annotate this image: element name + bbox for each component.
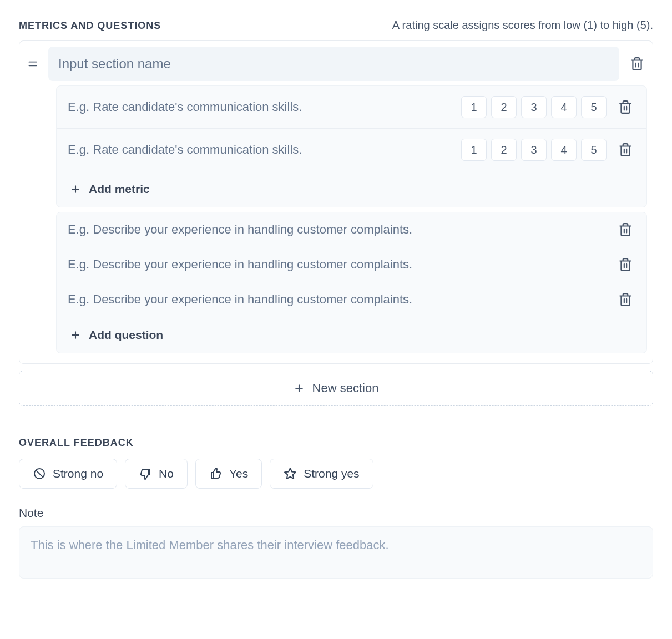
drag-handle-icon[interactable] [25,58,41,69]
trash-icon [618,292,633,307]
delete-question-button[interactable] [615,257,635,272]
plus-icon [294,383,305,394]
delete-question-button[interactable] [615,292,635,307]
delete-metric-button[interactable] [615,143,635,157]
rating-3-button[interactable]: 3 [521,96,547,118]
question-row [57,247,646,282]
thumbs-down-icon [139,467,152,480]
trash-icon [618,257,633,272]
question-input[interactable] [68,292,607,307]
metrics-subtext: A rating scale assigns scores from low (… [392,19,653,32]
section-name-input[interactable] [48,47,619,81]
question-input[interactable] [68,257,607,272]
thumbs-up-icon [209,467,223,480]
delete-metric-button[interactable] [615,100,635,114]
add-metric-label: Add metric [89,182,150,196]
add-question-label: Add question [89,328,163,342]
star-icon [284,467,297,480]
question-row [57,212,646,247]
metric-row: 1 2 3 4 5 [57,129,646,171]
metrics-list: 1 2 3 4 5 1 2 3 4 5 A [56,85,647,207]
rating-2-button[interactable]: 2 [491,96,517,118]
trash-icon [618,143,633,157]
rating-group: 1 2 3 4 5 [461,96,607,118]
strong-yes-button[interactable]: Strong yes [270,459,373,489]
trash-icon [618,222,633,237]
metrics-card: 1 2 3 4 5 1 2 3 4 5 A [19,40,653,364]
rating-5-button[interactable]: 5 [581,96,607,118]
delete-question-button[interactable] [615,222,635,237]
rating-3-button[interactable]: 3 [521,139,547,161]
add-question-button[interactable]: Add question [57,317,646,353]
trash-icon [630,57,644,71]
rating-4-button[interactable]: 4 [551,139,577,161]
strong-yes-label: Strong yes [304,467,359,480]
rating-1-button[interactable]: 1 [461,139,487,161]
rating-4-button[interactable]: 4 [551,96,577,118]
add-metric-button[interactable]: Add metric [57,171,646,207]
new-section-button[interactable]: New section [19,371,653,406]
questions-list: Add question [56,212,647,353]
delete-section-button[interactable] [627,57,647,71]
yes-label: Yes [229,467,248,480]
ban-icon [33,467,46,480]
metrics-title: METRICS AND QUESTIONS [19,20,161,32]
new-section-label: New section [312,381,379,395]
metric-input[interactable] [68,143,452,157]
question-input[interactable] [68,222,607,237]
metric-row: 1 2 3 4 5 [57,86,646,129]
plus-icon [70,329,81,341]
metric-input[interactable] [68,100,452,114]
overall-feedback-title: OVERALL FEEDBACK [19,437,653,449]
rating-group: 1 2 3 4 5 [461,139,607,161]
overall-feedback-options: Strong no No Yes Strong yes [19,459,653,489]
question-row [57,282,646,317]
rating-2-button[interactable]: 2 [491,139,517,161]
strong-no-label: Strong no [53,467,103,480]
trash-icon [618,100,633,114]
rating-5-button[interactable]: 5 [581,139,607,161]
note-label: Note [19,506,653,520]
no-label: No [159,467,174,480]
note-textarea[interactable] [19,526,653,579]
rating-1-button[interactable]: 1 [461,96,487,118]
plus-icon [70,184,81,195]
yes-button[interactable]: Yes [195,459,262,489]
no-button[interactable]: No [125,459,188,489]
strong-no-button[interactable]: Strong no [19,459,117,489]
